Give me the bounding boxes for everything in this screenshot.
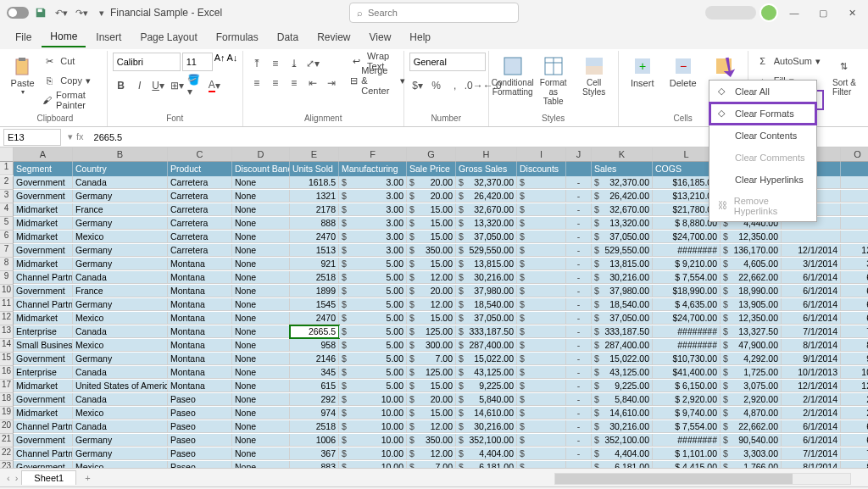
cell[interactable]: 3.00 — [339, 217, 407, 230]
col-header-B[interactable]: B — [73, 147, 168, 162]
cell[interactable]: Montana — [168, 339, 232, 352]
cell[interactable] — [517, 420, 566, 433]
cell[interactable]: 13,320.00 — [456, 217, 517, 230]
cell[interactable]: Midmarket — [14, 312, 73, 325]
cell[interactable]: Channel Partners — [14, 298, 73, 311]
cell[interactable]: Carretera — [168, 190, 232, 203]
cell[interactable]: 367 — [290, 447, 339, 460]
row-header[interactable]: 3 — [0, 190, 14, 203]
cell[interactable]: Carretera — [168, 244, 232, 257]
cell[interactable]: 6 — [841, 271, 868, 284]
cell[interactable]: 37,980.00 — [456, 285, 517, 297]
cell[interactable]: None — [232, 258, 290, 270]
menu-help[interactable]: Help — [401, 28, 439, 47]
cell[interactable]: 4,292.00 — [721, 353, 782, 365]
cell[interactable]: 1513 — [290, 244, 339, 257]
cell[interactable]: 12 — [841, 244, 868, 257]
cell[interactable]: Midmarket — [14, 380, 73, 392]
cell[interactable]: None — [232, 298, 290, 311]
cell[interactable]: 3.00 — [339, 190, 407, 203]
cell[interactable]: Government — [14, 434, 73, 447]
cell[interactable]: 3.00 — [339, 203, 407, 216]
cell[interactable]: 13,905.00 — [721, 298, 782, 311]
cell[interactable]: None — [232, 407, 290, 420]
increase-decimal-icon[interactable]: .0→ — [465, 77, 482, 94]
cell[interactable]: 20.00 — [407, 285, 456, 297]
row-header[interactable]: 16 — [0, 366, 14, 380]
row-header[interactable]: 2 — [0, 176, 14, 190]
cell[interactable]: None — [232, 176, 290, 189]
cell[interactable]: $ 4,415.00 — [653, 461, 721, 468]
cell[interactable]: 13,815.00 — [592, 258, 653, 270]
horizontal-scrollbar[interactable] — [554, 473, 851, 485]
row-header[interactable]: 12 — [0, 312, 14, 325]
cell[interactable]: 6 — [841, 420, 868, 433]
cell[interactable]: - — [566, 285, 592, 297]
cell[interactable]: 2 — [841, 393, 868, 406]
italic-button[interactable]: I — [131, 77, 148, 94]
cell[interactable]: Germany — [73, 244, 168, 257]
cell[interactable] — [517, 312, 566, 325]
cell[interactable]: 2 — [841, 407, 868, 420]
row-header[interactable]: 5 — [0, 217, 14, 231]
cell[interactable]: - — [566, 176, 592, 189]
cell[interactable]: France — [73, 285, 168, 297]
cell[interactable]: None — [232, 420, 290, 433]
account-name[interactable] — [705, 6, 756, 19]
cell[interactable]: 974 — [290, 407, 339, 420]
cell[interactable]: $ 9,740.00 — [653, 407, 721, 420]
cell[interactable]: Carretera — [168, 176, 232, 189]
cell[interactable]: Montana — [168, 312, 232, 325]
cell[interactable]: 7/1/2014 — [782, 447, 841, 460]
cell[interactable]: 32,370.00 — [592, 176, 653, 189]
cell[interactable]: 300.00 — [407, 339, 456, 352]
cell[interactable]: None — [232, 380, 290, 392]
cell[interactable]: 37,050.00 — [592, 312, 653, 325]
col-header-D[interactable]: D — [232, 147, 290, 162]
cell[interactable] — [517, 244, 566, 257]
cell[interactable] — [517, 380, 566, 392]
cell[interactable]: 37,980.00 — [592, 285, 653, 297]
sort-filter-button[interactable]: ⇅Sort & Filter — [826, 53, 863, 98]
cell[interactable]: 1545 — [290, 298, 339, 311]
cell[interactable]: Canada — [73, 420, 168, 433]
cell[interactable]: Midmarket — [14, 258, 73, 270]
row-header[interactable]: 8 — [0, 258, 14, 271]
delete-button[interactable]: −Delete — [665, 53, 702, 90]
menu-file[interactable]: File — [7, 28, 40, 47]
cell[interactable]: Montana — [168, 366, 232, 379]
orientation-icon[interactable]: ⤢▾ — [304, 55, 321, 72]
bold-button[interactable]: B — [113, 77, 130, 94]
row-header[interactable]: 17 — [0, 380, 14, 393]
cell[interactable]: 4,870.00 — [721, 407, 782, 420]
cell[interactable]: 2470 — [290, 312, 339, 325]
fb-cancel-icon[interactable]: ▾ — [68, 131, 73, 142]
cell[interactable]: 883 — [290, 461, 339, 468]
cell[interactable]: 6 — [841, 285, 868, 297]
align-bottom-icon[interactable]: ⤓ — [286, 55, 303, 72]
format-painter-button[interactable]: 🖌Format Painter — [40, 92, 101, 108]
cell[interactable]: Paseo — [168, 447, 232, 460]
cell[interactable]: ######## — [653, 244, 721, 257]
cell[interactable]: 32,370.00 — [456, 176, 517, 189]
cell[interactable]: 30,216.00 — [456, 271, 517, 284]
cell[interactable]: $ 1,101.00 — [653, 447, 721, 460]
table-header[interactable] — [566, 162, 592, 176]
save-icon[interactable] — [32, 4, 49, 21]
cell[interactable]: - — [566, 271, 592, 284]
cell[interactable]: Montana — [168, 258, 232, 270]
cell[interactable]: Germany — [73, 353, 168, 365]
row-header[interactable]: 4 — [0, 203, 14, 217]
cell[interactable]: 3,303.00 — [721, 447, 782, 460]
cell[interactable]: - — [566, 353, 592, 365]
cell[interactable]: Montana — [168, 298, 232, 311]
cell[interactable]: 15.00 — [407, 312, 456, 325]
cell[interactable]: 287,400.00 — [456, 339, 517, 352]
cell[interactable]: 9 — [841, 353, 868, 365]
cell[interactable]: None — [232, 447, 290, 460]
increase-indent-icon[interactable]: ⇥ — [323, 75, 340, 92]
cell[interactable]: None — [232, 434, 290, 447]
cell[interactable]: 12 — [841, 380, 868, 392]
underline-button[interactable]: U▾ — [150, 77, 167, 94]
add-sheet-button[interactable]: + — [80, 473, 95, 483]
